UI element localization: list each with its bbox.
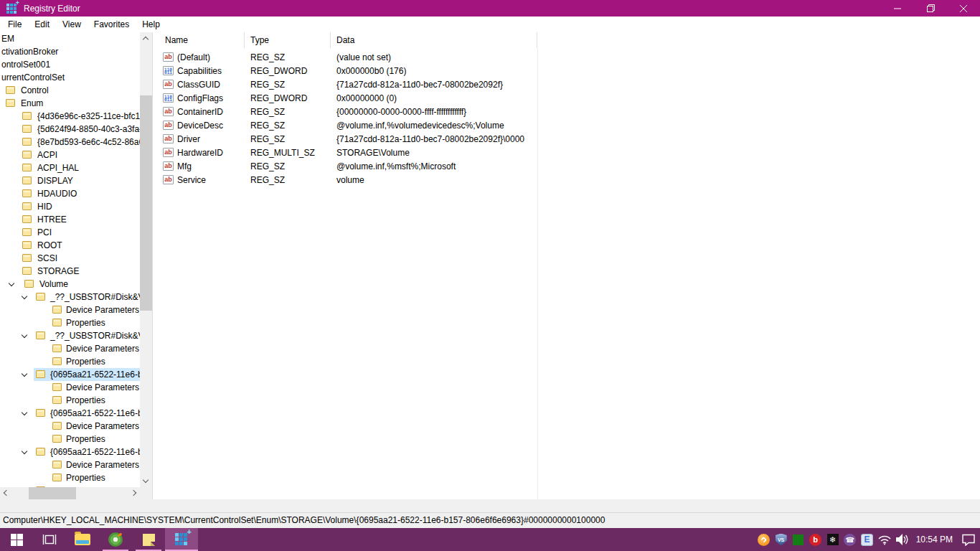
- value-name-cell[interactable]: 110011ConfigFlags: [159, 93, 245, 103]
- tree-item-label[interactable]: urrentControlSet: [1, 72, 65, 83]
- tree-item-label[interactable]: Properties: [66, 434, 105, 444]
- chevron-expanded-icon[interactable]: [22, 332, 27, 338]
- tree-item-label[interactable]: Device Parameters: [66, 305, 139, 315]
- tree-item[interactable]: {0695aa21-6522-11e6-b1: [0, 446, 141, 458]
- value-name-cell[interactable]: abClassGUID: [159, 80, 245, 90]
- tree-item-label[interactable]: Properties: [66, 357, 105, 367]
- restore-button[interactable]: [914, 0, 947, 17]
- value-row[interactable]: abServiceREG_SZvolume: [159, 173, 980, 187]
- tree-item[interactable]: Device Parameters: [0, 458, 141, 471]
- tree-item-label[interactable]: Device Parameters: [66, 382, 139, 392]
- file-explorer-button[interactable]: [66, 528, 99, 551]
- menu-item-help[interactable]: Help: [136, 17, 166, 32]
- value-name-cell[interactable]: abDriver: [159, 134, 245, 144]
- tree-item[interactable]: Properties: [0, 394, 141, 407]
- scroll-down-icon[interactable]: [143, 477, 149, 483]
- tree-item[interactable]: PCI: [0, 226, 141, 239]
- value-name-cell[interactable]: ab(Default): [159, 52, 245, 62]
- tree-item-label[interactable]: EM: [1, 34, 14, 44]
- chevron-expanded-icon[interactable]: [22, 448, 27, 454]
- tree-item[interactable]: Device Parameters: [0, 381, 141, 394]
- tree-item-label[interactable]: DISPLAY: [37, 176, 73, 186]
- chevron-expanded-icon[interactable]: [22, 371, 27, 377]
- snowflake-tray-icon[interactable]: ❄: [824, 531, 842, 548]
- wifi-tray-icon[interactable]: [876, 531, 893, 548]
- tree-item-label[interactable]: SCSI: [37, 253, 57, 263]
- tree-item-label[interactable]: {5d624f94-8850-40c3-a3fa-a4fd2: [37, 124, 141, 134]
- scroll-up-icon[interactable]: [143, 37, 149, 42]
- vs-shield-tray-icon[interactable]: VS: [773, 531, 790, 548]
- value-row[interactable]: 110011CapabilitiesREG_DWORD0x000000b0 (1…: [159, 64, 980, 77]
- registry-editor-taskbar-button[interactable]: [165, 528, 198, 551]
- tree-item[interactable]: ontrolSet001: [0, 58, 141, 71]
- task-view-button[interactable]: [33, 528, 66, 551]
- tree-item[interactable]: Properties: [0, 316, 141, 329]
- value-row[interactable]: ab(Default)REG_SZ(value not set): [159, 50, 980, 64]
- minimize-button[interactable]: [881, 0, 914, 17]
- tree-item-label[interactable]: Volume: [39, 279, 68, 289]
- tree-item[interactable]: {8e7bd593-6e6c-4c52-86a6-7717: [0, 136, 141, 149]
- tree-item[interactable]: EM: [0, 32, 141, 45]
- tree-item[interactable]: {4d36e96c-e325-11ce-bfc1-0800: [0, 110, 141, 123]
- scroll-left-icon[interactable]: [4, 490, 9, 496]
- horizontal-scroll-thumb[interactable]: [29, 487, 76, 499]
- tree-item-label[interactable]: HID: [37, 202, 52, 212]
- tree-item-label[interactable]: Properties: [66, 473, 105, 483]
- tree-item[interactable]: {5d624f94-8850-40c3-a3fa-a4fd2: [0, 123, 141, 136]
- tree-item[interactable]: Device Parameters: [0, 342, 141, 355]
- tree-item[interactable]: DISPLAY: [0, 174, 141, 187]
- vertical-scroll-thumb[interactable]: [140, 95, 152, 311]
- tree-item[interactable]: ROOT: [0, 239, 141, 252]
- value-name-cell[interactable]: abService: [159, 175, 245, 185]
- tree-item[interactable]: ctivationBroker: [0, 45, 141, 58]
- action-center-button[interactable]: [960, 531, 977, 548]
- tree-item[interactable]: _??_USBSTOR#Disk&Ven_: [0, 291, 141, 303]
- value-row[interactable]: abContainerIDREG_SZ{00000000-0000-0000-f…: [159, 105, 980, 118]
- tree-item-label[interactable]: Device Parameters: [66, 421, 139, 431]
- menu-item-favorites[interactable]: Favorites: [88, 17, 136, 32]
- value-name-cell[interactable]: abContainerID: [159, 107, 245, 117]
- sticky-notes-button[interactable]: [132, 528, 165, 551]
- tree-item[interactable]: urrentControlSet: [0, 71, 141, 84]
- menu-item-view[interactable]: View: [56, 17, 88, 32]
- tree-item-label[interactable]: ctivationBroker: [1, 47, 58, 57]
- chevron-expanded-icon[interactable]: [22, 410, 27, 415]
- tree-item[interactable]: Enum: [0, 97, 141, 110]
- tree-item[interactable]: Device Parameters: [0, 303, 141, 316]
- tree-item[interactable]: Device Parameters: [0, 420, 141, 433]
- column-header-name[interactable]: Name: [159, 32, 245, 48]
- menu-item-edit[interactable]: Edit: [28, 17, 56, 32]
- tree-item[interactable]: ACPI: [0, 149, 141, 161]
- tree-item-label[interactable]: HDAUDIO: [37, 189, 77, 199]
- tree-item-label[interactable]: Properties: [66, 395, 105, 405]
- chevron-expanded-icon[interactable]: [9, 281, 14, 286]
- tree-item[interactable]: HTREE: [0, 213, 141, 226]
- scroll-right-icon[interactable]: [131, 490, 136, 496]
- tree-item[interactable]: Properties: [0, 471, 141, 484]
- value-name-cell[interactable]: abMfg: [159, 161, 245, 171]
- beats-audio-tray-icon[interactable]: b: [807, 531, 824, 548]
- tree-item-label[interactable]: ROOT: [37, 240, 62, 250]
- menu-item-file[interactable]: File: [1, 17, 28, 32]
- column-header-type[interactable]: Type: [245, 32, 331, 48]
- tree-item[interactable]: _??_USBSTOR#Disk&Ven_: [0, 329, 141, 342]
- close-button[interactable]: [947, 0, 980, 17]
- tree-item[interactable]: Control: [0, 84, 141, 97]
- tree-item[interactable]: HID: [0, 200, 141, 213]
- tree-item-label[interactable]: Properties: [66, 318, 105, 328]
- value-row[interactable]: abMfgREG_SZ@volume.inf,%msft%;Microsoft: [159, 159, 980, 173]
- value-row[interactable]: abDriverREG_SZ{71a27cdd-812a-11d0-bec7-0…: [159, 132, 980, 146]
- tree-item[interactable]: HDAUDIO: [0, 187, 141, 200]
- tree-item-label[interactable]: ontrolSet001: [1, 60, 50, 70]
- chevron-expanded-icon[interactable]: [22, 293, 27, 299]
- taskbar-clock[interactable]: 10:54 PM: [910, 534, 960, 545]
- value-row[interactable]: abDeviceDescREG_SZ@volume.inf,%volumedev…: [159, 118, 980, 132]
- tree-item-label[interactable]: Control: [21, 85, 49, 95]
- tree-item[interactable]: {0695aa21-6522-11e6-b1: [0, 407, 141, 420]
- viber-tray-icon[interactable]: ☎: [842, 531, 859, 548]
- green-square-tray-icon[interactable]: [790, 531, 807, 548]
- value-name-cell[interactable]: abHardwareID: [159, 148, 245, 158]
- tree-item-label[interactable]: _??_USBSTOR#Disk&Ven_: [50, 292, 141, 302]
- tree-item-label[interactable]: Enum: [21, 98, 43, 108]
- tree-item-label[interactable]: {4d36e96c-e325-11ce-bfc1-0800: [37, 111, 141, 121]
